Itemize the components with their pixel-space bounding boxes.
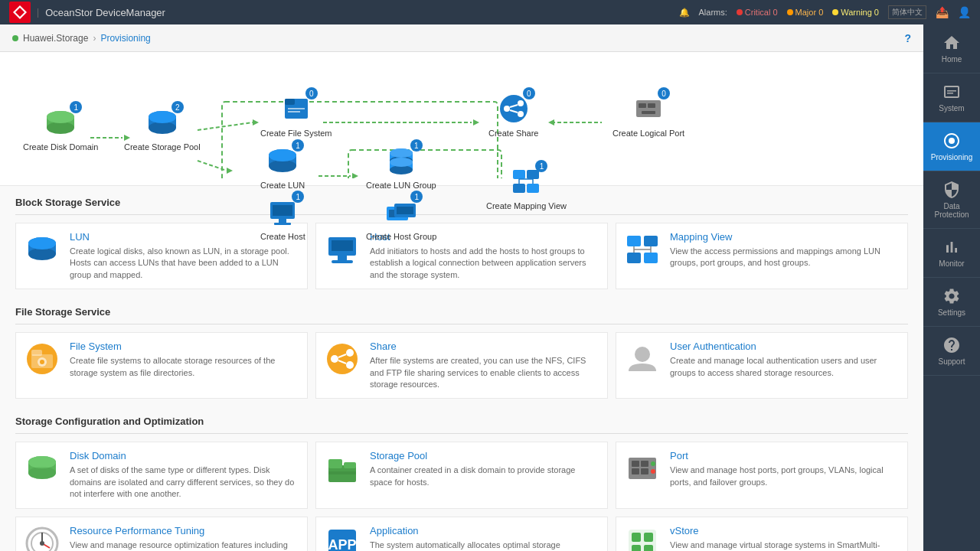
- service-item-mapping[interactable]: Mapping View View the access permissions…: [616, 223, 908, 289]
- application-service-text: Application The system automatically all…: [370, 525, 599, 551]
- breadcrumb-root[interactable]: Huawei.Storage: [23, 33, 88, 44]
- svg-rect-102: [328, 459, 342, 468]
- svg-point-110: [651, 461, 655, 466]
- lun-service-desc: Create logical disks, also known as LUN,…: [70, 246, 299, 281]
- service-item-resource-perf[interactable]: Resource Performance Tuning View and man…: [15, 517, 308, 551]
- application-service-desc: The system automatically allocates optim…: [370, 540, 599, 551]
- storage-pool-label: Create Storage Pool: [124, 142, 201, 152]
- critical-dot: [737, 9, 743, 15]
- svg-rect-64: [513, 184, 525, 193]
- service-item-application[interactable]: APP Application The system automatically…: [315, 517, 608, 551]
- storage-pool-badge: 2: [172, 101, 184, 113]
- mapping-service-desc: View the access permissions and mappings…: [670, 246, 900, 269]
- filesystem-service-text: File System Create file systems to alloc…: [70, 341, 299, 379]
- flow-node-create-lun-group[interactable]: 1 Create LUN Group: [366, 142, 436, 190]
- export-icon[interactable]: 📤: [936, 6, 949, 18]
- block-storage-header: Block Storage Service: [15, 186, 908, 215]
- critical-alarm[interactable]: Critical 0: [737, 8, 778, 17]
- svg-rect-121: [644, 533, 653, 542]
- storage-pool-service-text: Storage Pool A container created in a di…: [370, 450, 599, 488]
- service-item-share[interactable]: Share After file systems are created, yo…: [315, 332, 608, 399]
- topbar-left: | OceanStor DeviceManager: [9, 2, 165, 23]
- svg-rect-109: [641, 468, 648, 474]
- svg-marker-15: [548, 119, 554, 126]
- logical-port-badge: 0: [658, 87, 670, 99]
- file-system-label: Create File System: [260, 129, 332, 138]
- host-group-badge: 1: [410, 191, 423, 203]
- flow-node-create-host[interactable]: 1 Create Host: [260, 194, 305, 241]
- svg-rect-107: [641, 461, 648, 467]
- vstore-service-title: vStore: [670, 525, 900, 536]
- main-layout: Huawei.Storage › Provisioning ?: [0, 24, 980, 551]
- service-item-disk-domain[interactable]: Disk Domain A set of disks of the same t…: [15, 442, 308, 508]
- breadcrumb-current: Provisioning: [100, 33, 150, 44]
- sidebar-item-home[interactable]: Home: [923, 24, 980, 73]
- svg-point-26: [149, 122, 176, 134]
- host-group-label: Create Host Group: [366, 232, 436, 241]
- lang-selector[interactable]: 简体中文: [888, 5, 926, 19]
- bell-icon[interactable]: 🔔: [679, 8, 690, 18]
- service-item-storage-pool[interactable]: Storage Pool A container created in a di…: [315, 442, 608, 508]
- vstore-service-icon: [624, 525, 661, 551]
- service-item-filesystem[interactable]: File System Create file systems to alloc…: [15, 332, 308, 399]
- flow-node-create-file-system[interactable]: 0 Create File System: [260, 90, 332, 138]
- sidebar-item-provisioning[interactable]: Provisioning: [923, 122, 980, 171]
- svg-point-35: [269, 149, 296, 161]
- svg-rect-57: [274, 223, 291, 225]
- application-service-icon: APP: [324, 525, 361, 551]
- home-label: Home: [942, 55, 962, 64]
- svg-rect-78: [644, 236, 658, 246]
- service-item-port[interactable]: Port View and manage host ports, port gr…: [616, 442, 908, 508]
- user-icon[interactable]: 👤: [958, 6, 971, 18]
- flow-node-create-host-group[interactable]: 1 Create Host Group: [366, 194, 436, 241]
- svg-point-111: [651, 469, 655, 474]
- resource-perf-service-title: Resource Performance Tuning: [70, 525, 299, 536]
- sidebar-item-settings[interactable]: Settings: [923, 278, 980, 327]
- filesystem-service-title: File System: [70, 341, 299, 352]
- flow-node-create-disk-domain[interactable]: 1 Create Disk Domain: [23, 104, 98, 152]
- service-item-vstore[interactable]: vStore View and manage virtual storage s…: [616, 517, 908, 551]
- svg-rect-65: [527, 184, 539, 193]
- flow-node-create-logical-port[interactable]: 0 Create Logical Port: [612, 90, 684, 138]
- sidebar-item-monitor[interactable]: Monitor: [923, 229, 980, 278]
- svg-marker-9: [253, 119, 259, 126]
- lun-icon: 1: [264, 142, 301, 179]
- mapping-view-label: Create Mapping View: [486, 201, 567, 210]
- host-service-desc: Add initiators to hosts and add the host…: [370, 246, 599, 281]
- port-service-desc: View and manage host ports, port groups,…: [670, 465, 900, 488]
- logical-port-icon: 0: [630, 90, 667, 127]
- service-item-host[interactable]: Host Add initiators to hosts and add the…: [315, 223, 608, 289]
- warning-alarm[interactable]: Warning 0: [832, 8, 879, 17]
- svg-point-92: [346, 361, 354, 369]
- svg-rect-31: [288, 111, 300, 112]
- svg-point-47: [518, 111, 524, 117]
- major-alarm[interactable]: Major 0: [787, 8, 824, 17]
- breadcrumb-sep: ›: [93, 33, 96, 44]
- disk-domain-service-desc: A set of disks of the same type or diffe…: [70, 465, 299, 500]
- flow-node-create-mapping-view[interactable]: 1 Create Mapping View: [486, 163, 567, 210]
- vstore-service-text: vStore View and manage virtual storage s…: [670, 525, 900, 551]
- flow-node-create-share[interactable]: 0 Create Share: [488, 90, 538, 138]
- svg-point-72: [28, 237, 56, 249]
- svg-rect-61: [397, 207, 413, 214]
- sidebar-item-system[interactable]: System: [923, 73, 980, 122]
- main-scroll[interactable]: Block Storage Service LUN Create: [0, 186, 923, 551]
- storage-pool-service-icon: [324, 450, 361, 487]
- svg-line-8: [198, 122, 253, 130]
- settings-label: Settings: [938, 308, 965, 317]
- status-dot: [12, 35, 18, 41]
- flow-node-create-storage-pool[interactable]: 2 Create Storage Pool: [124, 104, 201, 152]
- service-item-user-auth[interactable]: User Authentication Create and manage lo…: [616, 332, 908, 399]
- svg-rect-51: [639, 103, 646, 108]
- svg-rect-80: [644, 253, 658, 263]
- monitor-label: Monitor: [939, 259, 964, 268]
- flow-node-create-lun[interactable]: 1 Create LUN: [260, 142, 305, 190]
- data-protection-label: Data Protection: [926, 202, 977, 219]
- user-auth-service-text: User Authentication Create and manage lo…: [670, 341, 900, 379]
- svg-rect-52: [648, 103, 655, 108]
- share-service-icon: [324, 341, 361, 377]
- application-service-title: Application: [370, 525, 599, 536]
- sidebar-item-data-protection[interactable]: Data Protection: [923, 171, 980, 229]
- help-icon[interactable]: ?: [904, 32, 911, 44]
- sidebar-item-support[interactable]: Support: [923, 327, 980, 376]
